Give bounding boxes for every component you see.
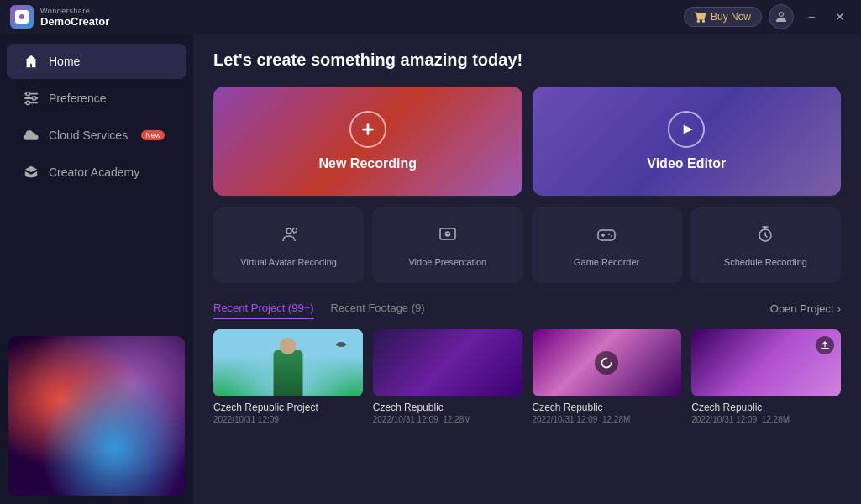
svg-point-9 xyxy=(286,228,291,234)
top-cards: New Recording Video Editor xyxy=(213,87,841,196)
svg-rect-13 xyxy=(598,230,615,240)
video-presentation-icon xyxy=(438,224,458,249)
sidebar-thumbnail xyxy=(8,336,185,496)
svg-point-16 xyxy=(608,234,610,235)
account-icon xyxy=(774,10,788,24)
page-headline: Let's create something amazing today! xyxy=(213,50,841,70)
project-name-1: Czech Republic Project xyxy=(213,402,363,413)
project-grid: Czech Republic Project 2022/10/31 12:09 … xyxy=(213,329,841,424)
new-recording-label: New Recording xyxy=(319,156,417,171)
tab-recent-project[interactable]: Recent Project (99+) xyxy=(213,298,314,319)
open-project-label: Open Project xyxy=(770,302,834,315)
project-thumb-1 xyxy=(213,329,363,396)
sidebar-item-academy-label: Creator Academy xyxy=(49,165,139,179)
game-recorder-icon xyxy=(596,224,617,249)
app-logo-icon xyxy=(10,5,34,29)
project-item-3[interactable]: Czech Republic 2022/10/31 12:09 12.28M xyxy=(533,329,682,424)
content-area: Let's create something amazing today! Ne… xyxy=(193,34,861,504)
brand-bottom: DemoCreator xyxy=(40,15,109,28)
sidebar-item-home-label: Home xyxy=(49,55,80,68)
svg-rect-11 xyxy=(440,228,455,239)
svg-point-4 xyxy=(32,97,36,101)
feature-virtual-avatar[interactable]: Virtual Avatar Recoding xyxy=(213,207,364,283)
sidebar-item-cloud-label: Cloud Services xyxy=(49,129,128,142)
feature-schedule-recording[interactable]: Schedule Recording xyxy=(690,207,841,283)
sidebar: Home Preference xyxy=(0,34,193,504)
sidebar-item-preference[interactable]: Preference xyxy=(7,81,186,116)
project-item-4[interactable]: Czech Republic 2022/10/31 12:09 12.28M xyxy=(691,329,841,424)
virtual-avatar-icon xyxy=(279,224,299,249)
project-item-1[interactable]: Czech Republic Project 2022/10/31 12:09 xyxy=(213,329,363,424)
academy-icon xyxy=(24,165,39,180)
bird-shape xyxy=(336,342,346,347)
recent-header: Recent Project (99+) Recent Footage (9) … xyxy=(213,298,841,319)
svg-point-5 xyxy=(26,101,30,105)
account-button[interactable] xyxy=(769,4,794,29)
svg-point-17 xyxy=(611,235,612,237)
virtual-avatar-label: Virtual Avatar Recoding xyxy=(240,257,337,267)
svg-point-10 xyxy=(292,228,297,232)
project-date-3: 2022/10/31 12:09 12.28M xyxy=(533,415,682,424)
app-logo-text: Wondershare DemoCreator xyxy=(40,7,109,28)
new-recording-card[interactable]: New Recording xyxy=(213,87,522,196)
project-thumb-2 xyxy=(373,329,522,396)
schedule-recording-icon xyxy=(755,224,775,249)
nav-items: Home Preference xyxy=(0,34,193,328)
project-date-2: 2022/10/31 12:09 12.28M xyxy=(373,415,522,424)
project-item-2[interactable]: Czech Republic 2022/10/31 12:09 12.28M xyxy=(373,329,522,424)
recent-tabs: Recent Project (99+) Recent Footage (9) xyxy=(213,298,442,319)
project-date-1: 2022/10/31 12:09 xyxy=(213,415,363,424)
feature-cards: Virtual Avatar Recoding Vidoe Presentati… xyxy=(213,207,841,283)
svg-marker-8 xyxy=(684,125,693,134)
project-name-2: Czech Republic xyxy=(373,402,522,413)
cart-icon xyxy=(695,11,706,23)
project-date-4: 2022/10/31 12:09 12.28M xyxy=(691,415,841,424)
project-name-4: Czech Republic xyxy=(691,402,841,413)
video-presentation-label: Vidoe Presentation xyxy=(408,257,486,267)
sidebar-item-preference-label: Preference xyxy=(49,92,106,105)
tab-recent-footage[interactable]: Recent Footage (9) xyxy=(331,298,425,319)
titlebar: Wondershare DemoCreator Buy Now − ✕ xyxy=(0,0,861,34)
titlebar-right: Buy Now − ✕ xyxy=(684,4,851,29)
svg-point-3 xyxy=(26,92,30,96)
open-project-link[interactable]: Open Project › xyxy=(770,302,841,315)
close-button[interactable]: ✕ xyxy=(829,6,851,28)
upload-icon xyxy=(816,336,834,354)
cloud-icon xyxy=(24,128,39,143)
feature-video-presentation[interactable]: Vidoe Presentation xyxy=(372,207,522,283)
video-editor-label: Video Editor xyxy=(647,156,726,171)
brand-top: Wondershare xyxy=(40,7,109,15)
project-thumb-4 xyxy=(691,329,841,396)
project-name-3: Czech Republic xyxy=(533,402,682,413)
project-thumb-3 xyxy=(533,329,682,396)
titlebar-left: Wondershare DemoCreator xyxy=(10,5,109,29)
video-editor-icon xyxy=(668,111,705,148)
new-recording-icon xyxy=(349,111,386,148)
game-recorder-label: Game Recorder xyxy=(574,257,639,267)
preference-icon xyxy=(24,91,39,106)
minimize-button[interactable]: − xyxy=(801,6,822,28)
feature-game-recorder[interactable]: Game Recorder xyxy=(532,207,682,283)
loading-icon xyxy=(595,351,618,375)
buy-now-button[interactable]: Buy Now xyxy=(684,7,762,27)
sidebar-item-creator-academy[interactable]: Creator Academy xyxy=(7,155,186,190)
sidebar-item-cloud-services[interactable]: Cloud Services New xyxy=(7,118,186,153)
new-badge: New xyxy=(141,130,165,140)
home-icon xyxy=(24,54,39,69)
main-layout: Home Preference xyxy=(0,34,861,504)
schedule-recording-label: Schedule Recording xyxy=(724,257,807,267)
chevron-right-icon: › xyxy=(837,302,841,315)
person-shape xyxy=(273,350,302,396)
sidebar-item-home[interactable]: Home xyxy=(7,44,186,79)
video-editor-card[interactable]: Video Editor xyxy=(533,87,842,196)
buy-now-label: Buy Now xyxy=(711,11,751,23)
